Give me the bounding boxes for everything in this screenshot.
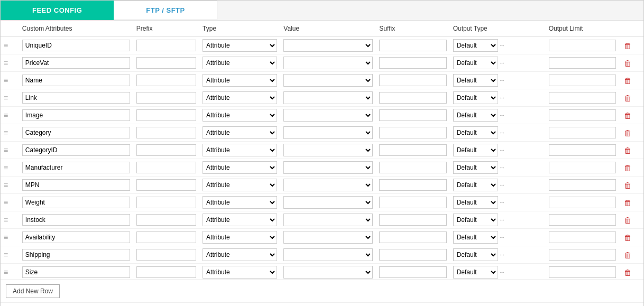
value-select[interactable] <box>283 57 373 69</box>
value-select[interactable] <box>283 144 373 156</box>
type-select[interactable]: AttributeStaticMappingCustom <box>203 91 277 104</box>
suffix-input[interactable] <box>379 40 446 51</box>
suffix-input[interactable] <box>379 75 446 86</box>
suffix-input[interactable] <box>379 127 446 138</box>
resize-icon[interactable]: ↔ <box>499 251 505 258</box>
add-new-row-button[interactable]: Add New Row <box>6 284 60 298</box>
drag-handle[interactable]: ≡ <box>1 211 19 229</box>
output-limit-input[interactable] <box>549 266 616 278</box>
custom-attribute-input[interactable] <box>22 249 130 261</box>
prefix-input[interactable] <box>136 127 196 138</box>
delete-row-button[interactable]: 🗑 <box>622 41 633 50</box>
custom-attribute-input[interactable] <box>22 57 130 69</box>
delete-row-button[interactable]: 🗑 <box>622 198 633 207</box>
suffix-input[interactable] <box>379 57 446 69</box>
prefix-input[interactable] <box>136 40 196 51</box>
output-type-select[interactable]: DefaultLowercaseUppercaseCapitalize <box>453 248 498 261</box>
resize-icon[interactable]: ↔ <box>499 129 505 136</box>
delete-row-button[interactable]: 🗑 <box>622 76 633 85</box>
suffix-input[interactable] <box>379 162 446 173</box>
type-select[interactable]: AttributeStaticMappingCustom <box>203 231 277 244</box>
output-type-select[interactable]: DefaultLowercaseUppercaseCapitalize <box>453 231 498 244</box>
drag-handle[interactable]: ≡ <box>1 89 19 107</box>
value-select[interactable] <box>283 248 373 261</box>
suffix-input[interactable] <box>379 179 446 191</box>
prefix-input[interactable] <box>136 266 196 278</box>
custom-attribute-input[interactable] <box>22 162 130 173</box>
resize-icon[interactable]: ↔ <box>499 181 505 189</box>
custom-attribute-input[interactable] <box>22 109 130 121</box>
custom-attribute-input[interactable] <box>22 231 130 243</box>
delete-row-button[interactable]: 🗑 <box>622 216 633 225</box>
custom-attribute-input[interactable] <box>22 92 130 104</box>
type-select[interactable]: AttributeStaticMappingCustom <box>203 57 277 69</box>
resize-icon[interactable]: ↔ <box>499 112 505 119</box>
prefix-input[interactable] <box>136 75 196 86</box>
output-limit-input[interactable] <box>549 75 616 86</box>
resize-icon[interactable]: ↔ <box>499 146 505 154</box>
output-limit-input[interactable] <box>549 57 616 69</box>
drag-handle[interactable]: ≡ <box>1 107 19 124</box>
output-limit-input[interactable] <box>549 197 616 208</box>
prefix-input[interactable] <box>136 144 196 156</box>
value-select[interactable] <box>283 91 373 104</box>
type-select[interactable]: AttributeStaticMappingCustom <box>203 144 277 156</box>
prefix-input[interactable] <box>136 57 196 69</box>
drag-handle[interactable]: ≡ <box>1 246 19 264</box>
output-limit-input[interactable] <box>549 144 616 156</box>
type-select[interactable]: AttributeStaticMappingCustom <box>203 74 277 87</box>
output-type-select[interactable]: DefaultLowercaseUppercaseCapitalize <box>453 126 498 139</box>
drag-handle[interactable]: ≡ <box>1 159 19 177</box>
suffix-input[interactable] <box>379 249 446 261</box>
output-type-select[interactable]: DefaultLowercaseUppercaseCapitalize <box>453 74 498 87</box>
custom-attribute-input[interactable] <box>22 144 130 156</box>
delete-row-button[interactable]: 🗑 <box>622 59 633 68</box>
output-type-select[interactable]: DefaultLowercaseUppercaseCapitalize <box>453 109 498 122</box>
prefix-input[interactable] <box>136 249 196 261</box>
output-type-select[interactable]: DefaultLowercaseUppercaseCapitalize <box>453 179 498 191</box>
suffix-input[interactable] <box>379 197 446 208</box>
output-type-select[interactable]: DefaultLowercaseUppercaseCapitalize <box>453 91 498 104</box>
value-select[interactable] <box>283 231 373 244</box>
drag-handle[interactable]: ≡ <box>1 194 19 211</box>
type-select[interactable]: AttributeStaticMappingCustom <box>203 179 277 191</box>
value-select[interactable] <box>283 179 373 191</box>
prefix-input[interactable] <box>136 214 196 226</box>
type-select[interactable]: AttributeStaticMappingCustom <box>203 248 277 261</box>
output-limit-input[interactable] <box>549 127 616 138</box>
delete-row-button[interactable]: 🗑 <box>622 128 633 137</box>
delete-row-button[interactable]: 🗑 <box>622 94 633 103</box>
suffix-input[interactable] <box>379 92 446 104</box>
output-type-select[interactable]: DefaultLowercaseUppercaseCapitalize <box>453 39 498 52</box>
prefix-input[interactable] <box>136 231 196 243</box>
type-select[interactable]: AttributeStaticMappingCustom <box>203 196 277 209</box>
resize-icon[interactable]: ↔ <box>499 199 505 206</box>
type-select[interactable]: AttributeStaticMappingCustom <box>203 161 277 174</box>
resize-icon[interactable]: ↔ <box>499 234 505 241</box>
type-select[interactable]: AttributeStaticMappingCustom <box>203 266 277 279</box>
value-select[interactable] <box>283 214 373 226</box>
output-type-select[interactable]: DefaultLowercaseUppercaseCapitalize <box>453 161 498 174</box>
resize-icon[interactable]: ↔ <box>499 59 505 67</box>
drag-handle[interactable]: ≡ <box>1 264 19 280</box>
custom-attribute-input[interactable] <box>22 127 130 138</box>
output-limit-input[interactable] <box>549 214 616 226</box>
drag-handle[interactable]: ≡ <box>1 177 19 194</box>
value-select[interactable] <box>283 126 373 139</box>
delete-row-button[interactable]: 🗑 <box>622 146 633 155</box>
drag-handle[interactable]: ≡ <box>1 37 19 54</box>
value-select[interactable] <box>283 161 373 174</box>
drag-handle[interactable]: ≡ <box>1 72 19 89</box>
drag-handle[interactable]: ≡ <box>1 54 19 72</box>
suffix-input[interactable] <box>379 231 446 243</box>
output-limit-input[interactable] <box>549 109 616 121</box>
prefix-input[interactable] <box>136 162 196 173</box>
custom-attribute-input[interactable] <box>22 179 130 191</box>
suffix-input[interactable] <box>379 144 446 156</box>
delete-row-button[interactable]: 🗑 <box>622 233 633 242</box>
custom-attribute-input[interactable] <box>22 214 130 226</box>
delete-row-button[interactable]: 🗑 <box>622 251 633 259</box>
value-select[interactable] <box>283 39 373 52</box>
type-select[interactable]: AttributeStaticMappingCustom <box>203 214 277 226</box>
output-limit-input[interactable] <box>549 40 616 51</box>
